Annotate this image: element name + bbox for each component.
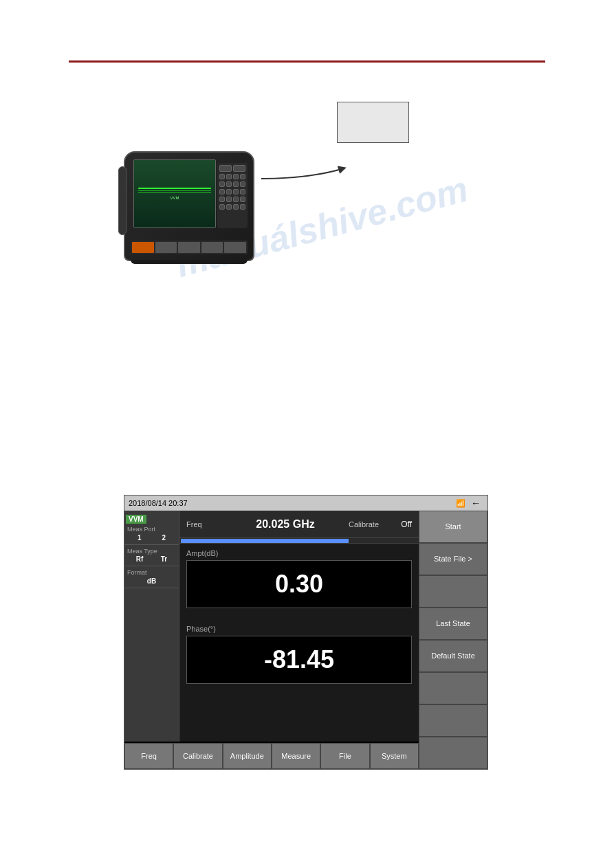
top-decorative-line: [69, 60, 545, 63]
meas-type-tr[interactable]: Tr: [161, 555, 167, 563]
wifi-icon: 📶: [456, 499, 465, 508]
freq-label: Freq: [186, 520, 228, 528]
progress-bar-inner: [181, 539, 349, 543]
ampt-value-box: 0.30: [186, 560, 412, 608]
freq-row: Freq 20.025 GHz Calibrate Off: [179, 511, 419, 538]
meas-port-1[interactable]: 1: [138, 534, 142, 542]
callout-box: [337, 102, 409, 143]
screen-bottom-bar: Freq Calibrate Amplitude Measure File Sy…: [124, 743, 419, 769]
instrument-ui-screen: 2018/08/14 20:37 📶 ← VVM Meas Port 1 2 M…: [124, 495, 488, 770]
meas-type-section: Meas Type Rf Tr: [124, 545, 179, 567]
screen-time: 2018/08/14 20:37: [129, 499, 456, 507]
progress-bar: [179, 538, 419, 544]
default-state-button[interactable]: Default State: [419, 640, 487, 672]
screen-main-content: Freq 20.025 GHz Calibrate Off Ampt(dB) 0…: [179, 511, 419, 742]
system-button[interactable]: System: [370, 743, 419, 769]
calibrate-value: Off: [384, 520, 412, 529]
right-btn-3: [419, 575, 487, 608]
right-btn-6: [419, 672, 487, 704]
vvm-badge: VVM: [126, 515, 146, 524]
meas-port-2[interactable]: 2: [162, 534, 166, 542]
last-state-button[interactable]: Last State: [419, 608, 487, 640]
freq-value: 20.025 GHz: [228, 518, 343, 531]
calibrate-button[interactable]: Calibrate: [173, 743, 222, 769]
amplitude-button[interactable]: Amplitude: [223, 743, 272, 769]
phase-section: Phase(°) -81.45: [179, 619, 419, 695]
state-file-button[interactable]: State File >: [419, 543, 487, 575]
freq-button[interactable]: Freq: [124, 743, 173, 769]
ampt-label: Ampt(dB): [186, 549, 412, 557]
calibrate-label: Calibrate: [343, 520, 384, 528]
instrument-screen: VVM: [133, 159, 216, 228]
screen-right-panel: Start State File > Last State Default St…: [419, 511, 487, 769]
meas-port-label: Meas Port: [127, 526, 176, 534]
instrument-handle: [118, 166, 127, 235]
phase-label: Phase(°): [186, 625, 412, 633]
right-btn-8: [419, 737, 487, 769]
meas-port-section: Meas Port 1 2: [124, 523, 179, 545]
format-label: Format: [127, 569, 176, 577]
right-btn-7: [419, 704, 487, 737]
meas-type-label: Meas Type: [127, 548, 176, 556]
screen-header: 2018/08/14 20:37 📶 ←: [124, 496, 487, 511]
ampt-value: 0.30: [275, 570, 323, 599]
measure-button[interactable]: Measure: [272, 743, 320, 769]
start-button[interactable]: Start: [419, 511, 487, 543]
back-arrow-icon[interactable]: ←: [471, 498, 481, 509]
meas-type-rf[interactable]: Rf: [136, 555, 144, 563]
phase-value-box: -81.45: [186, 636, 412, 684]
arrow-connector: [241, 151, 378, 206]
format-value[interactable]: dB: [127, 577, 176, 585]
ampt-section: Ampt(dB) 0.30: [179, 544, 419, 619]
format-section: Format dB: [124, 566, 179, 588]
phase-value: -81.45: [264, 645, 334, 674]
file-button[interactable]: File: [320, 743, 369, 769]
screen-sidebar: Meas Port 1 2 Meas Type Rf Tr Format dB: [124, 511, 179, 742]
